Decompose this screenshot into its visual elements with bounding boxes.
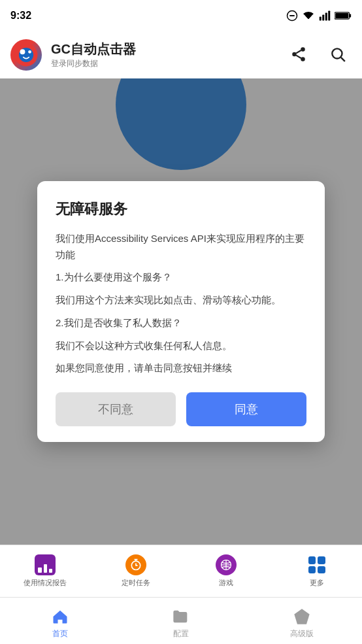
svg-point-14	[292, 52, 297, 56]
svg-point-15	[301, 57, 305, 61]
app-title-group: GC自动点击器 登录同步数据	[51, 41, 276, 69]
app-bar-actions	[285, 41, 352, 70]
wifi-icon	[302, 10, 315, 22]
status-bar: 9:32	[0, 0, 362, 31]
app-subtitle: 登录同步数据	[51, 58, 276, 69]
svg-point-18	[332, 48, 342, 58]
svg-point-11	[20, 49, 25, 54]
tab-item-usage[interactable]: 使用情况报告	[0, 554, 91, 588]
search-button[interactable]	[324, 41, 352, 70]
nav-item-home[interactable]: 首页	[0, 602, 121, 639]
svg-rect-4	[325, 13, 327, 21]
nav-item-pro[interactable]: 高级版	[241, 602, 362, 639]
tab-label-timer: 定时任务	[122, 578, 150, 588]
app-bar: GC自动点击器 登录同步数据	[0, 31, 362, 78]
tab-item-games[interactable]: 游戏	[181, 554, 272, 588]
app-logo-svg	[14, 42, 39, 67]
dialog-body-p6: 如果您同意使用，请单击同意按钮并继续	[56, 360, 306, 377]
signal-icon	[319, 10, 331, 22]
status-time: 9:32	[10, 10, 31, 22]
share-button[interactable]	[285, 41, 312, 70]
battery-icon	[335, 11, 352, 20]
tab-item-more[interactable]: 更多	[272, 554, 363, 588]
timer-icon	[125, 554, 146, 575]
tab-label-more: 更多	[310, 578, 324, 588]
disagree-button[interactable]: 不同意	[56, 392, 176, 426]
tab-label-games: 游戏	[219, 578, 233, 588]
svg-line-17	[296, 50, 301, 53]
svg-rect-7	[350, 14, 352, 17]
bottom-nav-bar: 首页 配置 高级版	[0, 597, 362, 644]
dialog-title: 无障碍服务	[56, 199, 306, 219]
dialog-body-p3: 我们用这个方法来实现比如点击、滑动等核心功能。	[56, 292, 306, 309]
dialog-body-p1: 我们使用Accessibility Services API来实现应用程序的主要…	[56, 231, 306, 263]
svg-point-13	[301, 47, 305, 52]
nav-item-config[interactable]: 配置	[121, 602, 242, 639]
nav-label-config: 配置	[173, 628, 189, 639]
svg-line-16	[296, 55, 301, 58]
svg-marker-26	[294, 609, 309, 624]
nav-label-pro: 高级版	[290, 628, 314, 639]
svg-point-12	[28, 50, 31, 54]
app-title: GC自动点击器	[51, 41, 276, 58]
status-icons	[286, 10, 352, 22]
bottom-tab-bar: 使用情况报告 定时任务 游戏	[0, 545, 362, 597]
stats-icon	[35, 554, 56, 575]
svg-rect-8	[335, 13, 348, 18]
dialog-body-p4: 2.我们是否收集了私人数据？	[56, 315, 306, 331]
share-icon	[290, 46, 307, 63]
content-area: 无障碍服务 我们使用Accessibility Services API来实现应…	[0, 78, 362, 545]
dialog-actions: 不同意 同意	[56, 392, 306, 426]
search-icon	[329, 46, 346, 63]
svg-rect-2	[320, 17, 321, 21]
diamond-icon	[293, 607, 311, 626]
dialog-body: 我们使用Accessibility Services API来实现应用程序的主要…	[56, 231, 306, 377]
dialog-overlay: 无障碍服务 我们使用Accessibility Services API来实现应…	[0, 78, 362, 545]
folder-icon	[172, 607, 190, 626]
svg-rect-3	[322, 15, 324, 21]
svg-line-19	[341, 57, 345, 61]
tab-label-usage: 使用情况报告	[24, 578, 67, 588]
dnd-icon	[286, 10, 298, 22]
tab-item-timer[interactable]: 定时任务	[91, 554, 182, 588]
accessibility-dialog: 无障碍服务 我们使用Accessibility Services API来实现应…	[37, 181, 325, 442]
dialog-body-p2: 1.为什么要使用这个服务？	[56, 269, 306, 286]
agree-button[interactable]: 同意	[186, 392, 306, 426]
dialog-body-p5: 我们不会以这种方式收集任何私人信息。	[56, 338, 306, 354]
nav-label-home: 首页	[52, 628, 68, 639]
games-icon	[216, 554, 237, 575]
more-icon	[306, 554, 327, 575]
svg-rect-5	[328, 11, 330, 21]
app-logo	[10, 39, 42, 71]
home-icon	[51, 607, 69, 626]
